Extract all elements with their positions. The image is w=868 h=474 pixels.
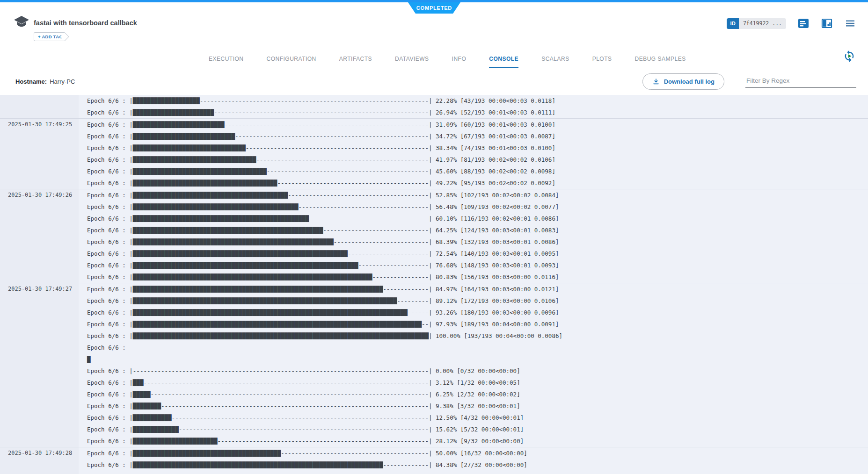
hostname-label: Hostname: (15, 78, 47, 85)
console-toolbar: Hostname:Harry-PC Download full log (0, 68, 868, 95)
menu-icon[interactable] (844, 17, 856, 29)
log-line: Epoch 6/6 : |███████████████████████████… (87, 189, 868, 201)
tab-plots[interactable]: PLOTS (592, 44, 612, 68)
console-log-groups: Epoch 6/6 : |███████████████████--------… (0, 95, 868, 471)
log-line: Epoch 6/6 : |█████----------------------… (87, 388, 868, 400)
tab-configuration[interactable]: CONFIGURATION (267, 44, 316, 68)
status-ribbon-label: COMPLETED (416, 5, 452, 11)
tab-scalars[interactable]: SCALARS (541, 44, 569, 68)
filter-regex-input[interactable] (745, 75, 856, 88)
download-label: Download full log (664, 78, 715, 85)
details-panel-icon[interactable] (797, 17, 810, 29)
log-group: 2025-01-30 17:49:26Epoch 6/6 : |████████… (0, 189, 868, 283)
log-timestamp-gutter (0, 95, 79, 118)
log-rows: Epoch 6/6 : |███████████████████--------… (79, 95, 868, 118)
experiment-type-icon (13, 15, 30, 30)
log-line: Epoch 6/6 : |████████-------------------… (87, 400, 868, 412)
log-line: Epoch 6/6 : |███████████████████████████… (87, 130, 868, 142)
log-line: Epoch 6/6 : |███████████████████████████… (87, 224, 868, 236)
tab-execution[interactable]: EXECUTION (209, 44, 244, 68)
log-line: Epoch 6/6 : |███████████████████████████… (87, 201, 868, 213)
log-group: 2025-01-30 17:49:27Epoch 6/6 : |████████… (0, 283, 868, 447)
status-ribbon: COMPLETED (408, 2, 460, 14)
hostname: Hostname:Harry-PC (15, 78, 75, 85)
log-line: Epoch 6/6 : |███████████████████████----… (87, 107, 868, 118)
download-icon (652, 78, 660, 86)
log-timestamp: 2025-01-30 17:49:25 (8, 119, 79, 130)
log-line: Epoch 6/6 : |███████████████████████████… (87, 165, 868, 177)
tab-debug-samples[interactable]: DEBUG SAMPLES (635, 44, 686, 68)
tab-bar-items: EXECUTIONCONFIGURATIONARTIFACTSDATAVIEWS… (209, 44, 686, 68)
download-full-log-button[interactable]: Download full log (642, 73, 724, 90)
log-timestamp-gutter: 2025-01-30 17:49:25 (0, 119, 79, 189)
tab-artifacts[interactable]: ARTIFACTS (339, 44, 372, 68)
log-timestamp: 2025-01-30 17:49:28 (8, 447, 79, 459)
log-timestamp-gutter: 2025-01-30 17:49:27 (0, 283, 79, 447)
log-line: Epoch 6/6 : |---------------------------… (87, 365, 868, 377)
log-rows: Epoch 6/6 : |███████████████████████████… (79, 189, 868, 283)
log-rows: Epoch 6/6 : |███████████████████████████… (79, 447, 868, 471)
experiment-console-page: COMPLETED fastai with tensorboard callba… (0, 0, 868, 474)
log-line: Epoch 6/6 : |██████████████████████████-… (87, 119, 868, 130)
experiment-title: fastai with tensorboard callback (34, 15, 137, 30)
log-line: █ (87, 353, 868, 365)
log-line: Epoch 6/6 : |███████████████████████████… (87, 447, 868, 459)
log-line: Epoch 6/6 : |███████████████████████████… (87, 213, 868, 224)
log-group: 2025-01-30 17:49:25Epoch 6/6 : |████████… (0, 118, 868, 189)
log-line: Epoch 6/6 : |████████████████████████---… (87, 435, 868, 447)
split-view-icon[interactable] (821, 17, 833, 29)
log-rows: Epoch 6/6 : |███████████████████████████… (79, 283, 868, 447)
log-line: Epoch 6/6 : |███████████████████████████… (87, 248, 868, 259)
log-line: Epoch 6/6 : |███████████████████████████… (87, 154, 868, 165)
tab-bar: EXECUTIONCONFIGURATIONARTIFACTSDATAVIEWS… (0, 44, 868, 68)
log-line: Epoch 6/6 : |███████████████████████████… (87, 330, 868, 342)
tab-console[interactable]: CONSOLE (489, 44, 518, 68)
log-timestamp-gutter: 2025-01-30 17:49:28 (0, 447, 79, 471)
log-line: Epoch 6/6 : |███████████████████████████… (87, 236, 868, 248)
log-line: Epoch 6/6 : |███████████████████████████… (87, 318, 868, 330)
log-line: Epoch 6/6 : |███████████████████████████… (87, 271, 868, 283)
log-group: 2025-01-30 17:49:28Epoch 6/6 : |████████… (0, 447, 868, 471)
log-group: Epoch 6/6 : |███████████████████--------… (0, 95, 868, 118)
log-line: Epoch 6/6 : |███████████████████--------… (87, 95, 868, 107)
log-line: Epoch 6/6 : |███████████----------------… (87, 412, 868, 424)
log-line: Epoch 6/6 : |███████████████████████████… (87, 307, 868, 318)
log-timestamp: 2025-01-30 17:49:27 (8, 283, 79, 295)
id-label: ID (727, 18, 739, 29)
log-timestamp: 2025-01-30 17:49:26 (8, 189, 79, 201)
log-line: Epoch 6/6 : |███████████████████████████… (87, 459, 868, 471)
id-value: 7f419922 ... (739, 18, 786, 29)
console-log[interactable]: Epoch 6/6 : |███████████████████--------… (0, 95, 868, 474)
log-line: Epoch 6/6 : (87, 342, 868, 353)
log-timestamp-gutter: 2025-01-30 17:49:26 (0, 189, 79, 283)
hostname-value: Harry-PC (50, 78, 75, 85)
log-line: Epoch 6/6 : |███████████████████████████… (87, 177, 868, 189)
log-line: Epoch 6/6 : |█████████████--------------… (87, 424, 868, 435)
log-line: Epoch 6/6 : |███------------------------… (87, 377, 868, 388)
tab-info[interactable]: INFO (452, 44, 467, 68)
add-tag-button[interactable]: + ADD TAG (34, 32, 65, 41)
log-rows: Epoch 6/6 : |██████████████████████████-… (79, 119, 868, 189)
log-line: Epoch 6/6 : |███████████████████████████… (87, 259, 868, 271)
tab-dataviews[interactable]: DATAVIEWS (395, 44, 429, 68)
experiment-id-badge[interactable]: ID 7f419922 ... (727, 18, 786, 29)
log-line: Epoch 6/6 : |███████████████████████████… (87, 283, 868, 295)
auto-refresh-icon[interactable] (843, 50, 856, 63)
log-line: Epoch 6/6 : |███████████████████████████… (87, 142, 868, 154)
log-line: Epoch 6/6 : |███████████████████████████… (87, 295, 868, 307)
